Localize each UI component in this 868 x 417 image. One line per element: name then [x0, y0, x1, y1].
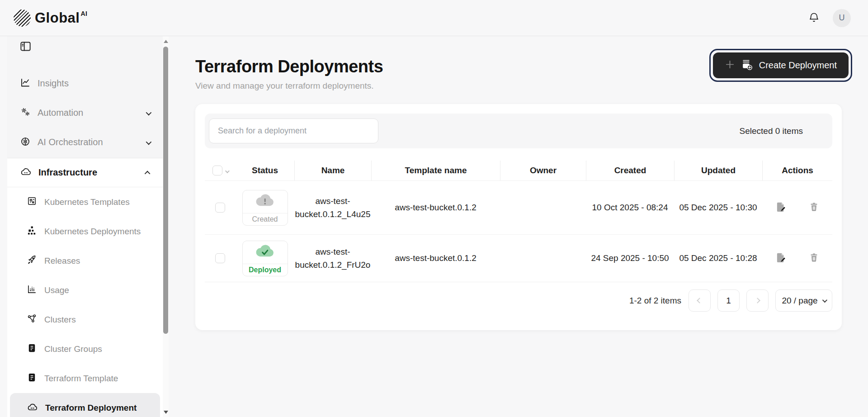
edit-button[interactable] — [775, 202, 786, 214]
deployments-card: Selected 0 items Status Name Template na… — [195, 104, 842, 330]
create-deployment-focus-ring: Create Deployment — [709, 49, 852, 82]
updated-date: 05 Dec 2025 - 10:28 — [674, 235, 762, 282]
sidebar-item-label: Terraform Template — [44, 374, 118, 384]
scrollbar-down-arrow[interactable] — [163, 409, 169, 415]
chevron-up-icon — [146, 169, 150, 177]
trash-icon — [809, 252, 819, 264]
chevron-left-icon — [697, 298, 703, 303]
sidebar-item-label: Cluster Groups — [44, 344, 102, 354]
sidebar-item-clusters[interactable]: Clusters — [10, 305, 160, 334]
status-label: Deployed — [243, 264, 288, 276]
scrollbar-thumb[interactable] — [163, 47, 168, 334]
delete-button[interactable] — [809, 202, 819, 213]
document-list-icon — [27, 343, 37, 355]
line-chart-icon — [20, 77, 31, 90]
template-name: aws-test-bucket.0.1.2 — [371, 181, 500, 234]
sidebar-item-label: AI Orchestration — [38, 137, 103, 147]
chevron-down-icon — [822, 297, 827, 302]
sidebar-item-usage[interactable]: Usage — [10, 275, 160, 305]
row-checkbox[interactable] — [215, 203, 225, 213]
sidebar-scrollbar[interactable] — [163, 36, 169, 417]
page-subtitle: View and manage your terraform deploymen… — [195, 81, 383, 91]
column-header-template-name: Template name — [371, 161, 500, 180]
brand-logo[interactable]: GlobalAI — [14, 9, 87, 27]
sidebar-item-terraform-deployment[interactable]: Terraform Deployment — [10, 393, 160, 417]
page-size-label: 20 / page — [782, 296, 817, 306]
sidebar-item-label: Clusters — [44, 315, 76, 325]
edit-document-pencil-icon — [775, 252, 786, 265]
sidebar: Insights Automation AI Orchestration — [7, 36, 163, 417]
cloud-check-icon — [255, 244, 275, 261]
sidebar-item-kubernetes-deployments[interactable]: Kubernetes Deployments — [10, 217, 160, 246]
sidebar-item-automation[interactable]: Automation — [7, 98, 163, 128]
bell-icon — [808, 11, 820, 25]
sidebar-item-releases[interactable]: Releases — [10, 246, 160, 275]
sidebar-item-ai-orchestration[interactable]: AI Orchestration — [7, 128, 163, 157]
template-name: aws-test-bucket.0.1.2 — [371, 235, 500, 282]
chevron-down-icon — [146, 109, 150, 117]
selected-count: Selected 0 items — [740, 126, 803, 136]
created-date: 24 Sep 2025 - 10:50 — [586, 235, 674, 282]
column-header-updated: Updated — [674, 161, 762, 180]
pagination: 1-2 of 2 items 1 20 / page — [205, 289, 832, 312]
search-input[interactable] — [209, 118, 378, 143]
owner — [500, 235, 586, 282]
pagination-summary: 1-2 of 2 items — [629, 296, 681, 306]
row-checkbox[interactable] — [215, 253, 225, 263]
sidebar-infrastructure-section: Infrastructure Kubernetes Templates Kube… — [7, 158, 163, 417]
brand-logo-icon — [14, 9, 31, 27]
sidebar-item-terraform-template[interactable]: Terraform Template — [10, 364, 160, 393]
delete-button[interactable] — [809, 252, 819, 264]
owner — [500, 181, 586, 234]
document-list-icon — [27, 372, 37, 384]
column-header-created: Created — [586, 161, 674, 180]
avatar-initial: U — [839, 13, 845, 23]
trash-icon — [809, 202, 819, 213]
plus-icon — [725, 59, 735, 72]
column-header-actions: Actions — [762, 161, 832, 180]
status-badge: Deployed — [242, 241, 288, 276]
deployment-name: aws-test-bucket.0.1.2_L4u25 — [294, 181, 371, 234]
page-size-select[interactable]: 20 / page — [775, 289, 832, 312]
page-title: Terraform Deployments — [195, 57, 383, 76]
cloud-icon — [20, 167, 32, 178]
cloud-icon — [27, 403, 38, 413]
sidebar-item-cluster-groups[interactable]: Cluster Groups — [10, 334, 160, 364]
sidebar-item-insights[interactable]: Insights — [7, 69, 163, 98]
deploy-stack-icon — [741, 58, 753, 73]
chevron-right-icon — [755, 298, 760, 303]
status-label: Created — [243, 213, 288, 225]
edit-button[interactable] — [775, 252, 786, 265]
current-page-button[interactable]: 1 — [717, 289, 740, 312]
previous-page-button[interactable] — [689, 289, 711, 312]
sidebar-item-label: Infrastructure — [38, 167, 97, 178]
select-options-chevron-icon[interactable] — [225, 166, 228, 175]
select-all-checkbox[interactable] — [212, 166, 222, 175]
hierarchy-squares-icon — [27, 225, 37, 237]
top-bar: GlobalAI U — [0, 0, 868, 36]
column-header-owner: Owner — [500, 161, 586, 180]
main-content: Terraform Deployments View and manage yo… — [169, 36, 868, 417]
edit-document-pencil-icon — [775, 202, 786, 214]
sidebar-item-label: Kubernetes Deployments — [44, 227, 141, 237]
deployment-name: aws-test-bucket.0.1.2_FrU2o — [294, 235, 371, 282]
sidebar-toggle-button[interactable] — [19, 40, 32, 54]
sidebar-item-label: Releases — [44, 256, 80, 266]
sidebar-item-infrastructure[interactable]: Infrastructure — [7, 158, 163, 187]
table-toolbar: Selected 0 items — [205, 114, 832, 148]
notifications-button[interactable] — [808, 11, 820, 25]
table-header: Status Name Template name Owner Created … — [205, 161, 832, 181]
updated-date: 05 Dec 2025 - 10:30 — [674, 181, 762, 234]
sidebar-item-label: Kubernetes Templates — [44, 197, 130, 207]
network-nodes-icon — [27, 313, 37, 326]
user-avatar[interactable]: U — [833, 9, 851, 27]
next-page-button[interactable] — [746, 289, 769, 312]
brand-name: Global — [35, 10, 80, 26]
cloud-exclamation-icon — [255, 193, 275, 210]
scrollbar-up-arrow[interactable] — [163, 38, 169, 44]
sidebar-item-kubernetes-templates[interactable]: Kubernetes Templates — [10, 187, 160, 217]
create-deployment-button[interactable]: Create Deployment — [713, 52, 849, 78]
sidebar-item-label: Usage — [44, 285, 69, 295]
sidebar-item-label: Automation — [38, 108, 83, 118]
brand-superscript: AI — [80, 10, 87, 17]
